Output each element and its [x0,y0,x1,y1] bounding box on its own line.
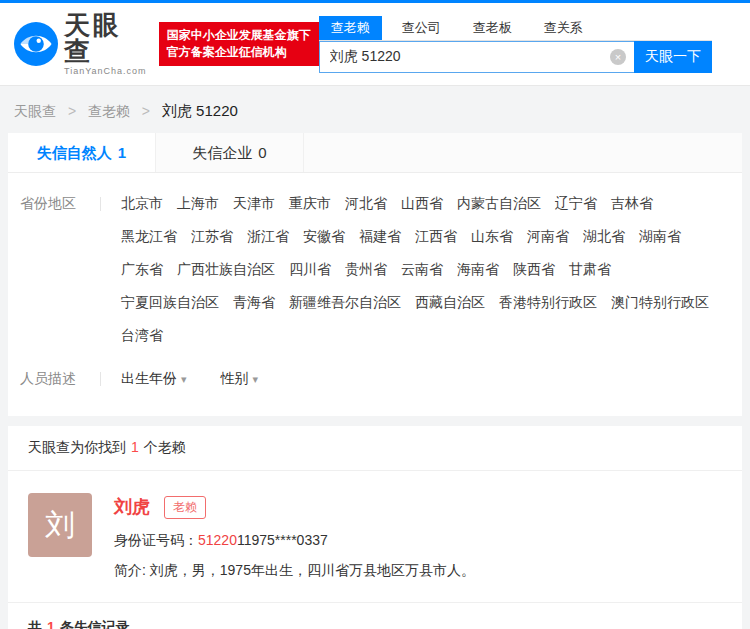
province-filter-row: 省份地区 北京市上海市天津市重庆市河北省山西省内蒙古自治区辽宁省吉林省黑龙江省江… [20,187,734,352]
chevron-down-icon: ▾ [181,373,187,385]
results-card: 天眼查为你找到1个老赖 刘 刘虎 老赖 身份证号码：5122011975****… [8,426,742,629]
person-name-link[interactable]: 刘虎 [114,495,150,519]
province-option[interactable]: 甘肃省 [569,253,611,286]
tab-label: 失信企业 [192,144,252,161]
search-input-wrap: × [319,41,634,73]
records-count: 1 [47,619,55,629]
summary-count: 1 [131,439,139,455]
gov-badge-line2: 官方备案企业征信机构 [167,44,311,61]
province-option[interactable]: 西藏自治区 [415,286,485,319]
province-list: 北京市上海市天津市重庆市河北省山西省内蒙古自治区辽宁省吉林省黑龙江省江苏省浙江省… [121,187,734,352]
tab-count: 0 [258,144,266,161]
search-category-tab[interactable]: 查老赖 [319,16,382,40]
gender-label: 性别 [220,370,248,386]
person-name-row: 刘虎 老赖 [114,495,475,519]
province-option[interactable]: 澳门特别行政区 [611,286,709,319]
id-label: 身份证号码： [114,532,198,548]
laolai-badge: 老赖 [164,496,206,519]
avatar[interactable]: 刘 [28,493,92,557]
province-option[interactable]: 黑龙江省 [121,220,177,253]
person-id-row: 身份证号码：5122011975****0337 [114,532,475,550]
province-option[interactable]: 广西壮族自治区 [177,253,275,286]
province-option[interactable]: 海南省 [457,253,499,286]
summary-prefix: 天眼查为你找到 [28,439,126,455]
province-option[interactable]: 湖南省 [639,220,681,253]
province-option[interactable]: 浙江省 [247,220,289,253]
province-option[interactable]: 安徽省 [303,220,345,253]
dishonest-records: 共1条失信记录 2020-04-16 (2019)京0102执407号 全部未履… [8,603,742,629]
tab-dishonest-person[interactable]: 失信自然人1 [8,133,156,172]
province-option[interactable]: 上海市 [177,187,219,220]
chevron-down-icon: ▾ [252,373,258,385]
person-intro-row: 简介: 刘虎，男，1975年出生，四川省万县地区万县市人。 [114,562,475,580]
search-category-tab[interactable]: 查老板 [461,16,524,40]
province-option[interactable]: 陕西省 [513,253,555,286]
intro-label: 简介: [114,562,146,578]
province-option[interactable]: 湖北省 [583,220,625,253]
province-option[interactable]: 山东省 [471,220,513,253]
breadcrumb-separator: > [142,103,150,119]
province-option[interactable]: 江苏省 [191,220,233,253]
province-option[interactable]: 重庆市 [289,187,331,220]
person-info: 刘虎 老赖 身份证号码：5122011975****0337 简介: 刘虎，男，… [114,493,475,580]
clear-search-icon[interactable]: × [610,49,626,65]
province-option[interactable]: 宁夏回族自治区 [121,286,219,319]
province-option[interactable]: 河南省 [527,220,569,253]
search-row: × 天眼一下 [319,41,712,73]
brand-name: 天眼查 [64,12,149,64]
province-option[interactable]: 台湾省 [121,319,163,352]
province-option[interactable]: 吉林省 [611,187,653,220]
province-filter-label: 省份地区 [20,187,82,220]
breadcrumb-home[interactable]: 天眼查 [14,103,56,119]
province-option[interactable]: 四川省 [289,253,331,286]
province-option[interactable]: 香港特别行政区 [499,286,597,319]
birth-year-label: 出生年份 [121,370,177,386]
search-category-tab[interactable]: 查关系 [532,16,595,40]
gender-dropdown[interactable]: 性别▾ [220,370,258,386]
search-category-tab[interactable]: 查公司 [390,16,453,40]
birth-year-dropdown[interactable]: 出生年份▾ [121,370,187,386]
province-option[interactable]: 天津市 [233,187,275,220]
records-title: 共1条失信记录 [28,619,722,629]
brand-domain: TianYanCha.com [64,66,149,76]
person-filter-label: 人员描述 [20,362,82,395]
gov-badge-line1: 国家中小企业发展基金旗下 [167,27,311,44]
province-option[interactable]: 山西省 [401,187,443,220]
province-option[interactable]: 辽宁省 [555,187,597,220]
id-highlight: 51220 [198,532,237,548]
province-option[interactable]: 青海省 [233,286,275,319]
province-option[interactable]: 贵州省 [345,253,387,286]
site-logo[interactable]: 天眼查 TianYanCha.com [14,12,149,76]
id-rest: 11975****0337 [237,532,328,548]
province-option[interactable]: 北京市 [121,187,163,220]
breadcrumb-separator: > [68,103,76,119]
site-header: 天眼查 TianYanCha.com 国家中小企业发展基金旗下 官方备案企业征信… [0,3,750,86]
search-category-tabs: 查老赖查公司查老板查关系 [319,16,712,41]
filters: 省份地区 北京市上海市天津市重庆市河北省山西省内蒙古自治区辽宁省吉林省黑龙江省江… [8,173,742,416]
search-input[interactable] [319,41,634,73]
tab-label: 失信自然人 [37,144,112,161]
province-option[interactable]: 内蒙古自治区 [457,187,541,220]
search-button[interactable]: 天眼一下 [634,41,712,73]
records-suffix: 条失信记录 [60,619,130,629]
intro-text: 刘虎，男，1975年出生，四川省万县地区万县市人。 [150,562,475,578]
province-option[interactable]: 云南省 [401,253,443,286]
tab-dishonest-company[interactable]: 失信企业0 [156,133,304,172]
breadcrumb-section[interactable]: 查老赖 [88,103,130,119]
gov-certification-badge: 国家中小企业发展基金旗下 官方备案企业征信机构 [159,22,319,66]
filter-divider [100,372,101,386]
tab-count: 1 [118,144,126,161]
filter-divider [100,197,101,211]
filter-card: 失信自然人1 失信企业0 省份地区 北京市上海市天津市重庆市河北省山西省内蒙古自… [8,133,742,416]
province-option[interactable]: 江西省 [415,220,457,253]
summary-suffix: 个老赖 [144,439,186,455]
province-option[interactable]: 河北省 [345,187,387,220]
person-filter-dropdowns: 出生年份▾ 性别▾ [121,362,734,396]
breadcrumb: 天眼查 > 查老赖 > 刘虎 51220 [0,86,750,133]
province-option[interactable]: 广东省 [121,253,163,286]
province-option[interactable]: 新疆维吾尔自治区 [289,286,401,319]
search-area: 查老赖查公司查老板查关系 × 天眼一下 [319,16,712,73]
logo-text: 天眼查 TianYanCha.com [64,12,149,76]
person-filter-row: 人员描述 出生年份▾ 性别▾ [20,362,734,396]
province-option[interactable]: 福建省 [359,220,401,253]
